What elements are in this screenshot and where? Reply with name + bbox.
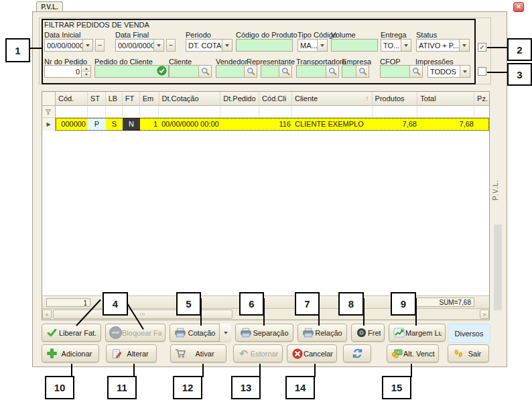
scrollbar-thumb[interactable]: III <box>53 310 232 319</box>
col-produtos[interactable]: Produtos <box>373 92 418 106</box>
check-icon <box>46 327 58 339</box>
chevron-down-icon[interactable] <box>460 66 470 77</box>
record-count: 1 <box>46 298 90 307</box>
margem-lucro-button[interactable]: Margem Lucro <box>389 324 446 342</box>
data-inicial-clear-button[interactable]: − <box>95 39 105 52</box>
col-lb[interactable]: LB <box>106 92 123 106</box>
volume-input[interactable] <box>331 39 378 52</box>
grid-filter-row[interactable] <box>42 106 489 118</box>
alterar-button[interactable]: Alterar <box>106 344 157 362</box>
col-dt-cotacao[interactable]: Dt.Cotação <box>159 92 221 106</box>
col-pz-medio[interactable]: Pz. M <box>474 92 489 106</box>
tipo-codigo-combo[interactable]: MA... <box>297 39 328 52</box>
entrega-label: Entrega <box>381 31 407 39</box>
data-final-combo[interactable]: 00/00/0000 <box>115 39 164 52</box>
search-icon[interactable] <box>279 66 291 77</box>
tab-pvl[interactable]: P.V.L. <box>36 1 63 12</box>
close-icon[interactable]: ✕ <box>513 2 524 12</box>
search-icon[interactable] <box>356 66 369 77</box>
data-inicial-combo[interactable]: 00/00/0000 <box>44 39 93 52</box>
liberar-fat-button[interactable]: Liberar Fat. <box>42 324 101 342</box>
search-icon[interactable] <box>244 66 257 77</box>
chevron-down-icon[interactable] <box>222 40 232 51</box>
refresh-icon <box>351 348 364 360</box>
data-final-clear-button[interactable]: − <box>166 39 176 52</box>
pedido-cliente-input[interactable] <box>94 65 169 78</box>
chevron-down-icon[interactable] <box>401 40 411 51</box>
status-checkbox[interactable]: ✓ <box>478 43 486 52</box>
adicionar-button[interactable]: Adicionar <box>42 344 99 362</box>
callout-14: 14 <box>285 376 315 399</box>
cell-dt-cotacao: 00/00/0000 00:00 <box>159 118 221 131</box>
undo-icon: ↶ <box>237 348 250 360</box>
orders-grid[interactable]: Cód. ST LB FT Em Dt.Cotação Dt.Pedido Có… <box>42 91 490 320</box>
periodo-combo[interactable]: DT. COTAÇ... <box>186 39 232 52</box>
scroll-left-icon[interactable]: < <box>42 310 52 319</box>
diversos-button[interactable]: Diversos <box>448 324 490 343</box>
chevron-down-icon[interactable] <box>459 40 469 51</box>
cfop-lookup[interactable] <box>380 65 423 78</box>
plus-icon <box>46 348 58 360</box>
profit-chart-icon <box>393 327 405 339</box>
relacao-button[interactable]: Relação <box>297 324 347 342</box>
col-ft[interactable]: FT <box>123 92 140 106</box>
data-inicial-label: Data Inicial <box>44 31 80 39</box>
search-icon[interactable] <box>326 66 338 77</box>
col-em[interactable]: Em <box>140 92 159 106</box>
col-cod[interactable]: Cód. <box>56 92 88 106</box>
callout-10-line <box>71 364 72 377</box>
grid-header-row: Cód. ST LB FT Em Dt.Cotação Dt.Pedido Có… <box>42 92 489 106</box>
col-total[interactable]: Total <box>417 92 474 106</box>
entrega-combo[interactable]: TO... <box>381 39 411 52</box>
vendedor-lookup[interactable] <box>216 65 257 78</box>
chevron-down-icon[interactable] <box>317 40 327 51</box>
col-cod-cli[interactable]: Cód.Cli <box>259 92 292 106</box>
cell-cod-cli: 116 <box>260 118 293 131</box>
nr-pedido-stepper[interactable]: 0 <box>44 65 91 78</box>
footsteps-icon <box>452 348 464 360</box>
cotacao-button[interactable]: Cotação <box>170 324 231 342</box>
vertical-scrollbar[interactable] <box>494 224 502 310</box>
ativar-button[interactable]: Ativar <box>170 344 226 362</box>
search-icon[interactable] <box>409 66 422 77</box>
data-final-label: Data Final <box>115 31 149 39</box>
callout-13: 13 <box>231 376 261 399</box>
side-tab-pvl[interactable]: P.V.L. <box>492 174 503 205</box>
callout-12-line <box>202 364 204 377</box>
table-row[interactable]: ▶ 000000 P S N 1 00/00/0000 00:00 116 CL… <box>42 118 489 131</box>
wheel-icon <box>355 327 368 339</box>
estornar-button[interactable]: ↶ Estornar <box>233 344 283 362</box>
sair-button[interactable]: Sair <box>448 344 489 362</box>
sum-total: SUM=7,68 <box>411 297 474 307</box>
refresh-button[interactable] <box>343 344 371 362</box>
spin-up-icon[interactable] <box>82 66 90 72</box>
search-icon[interactable] <box>198 66 211 77</box>
callout-2-line <box>487 47 507 48</box>
callout-12: 12 <box>173 376 202 399</box>
frete-button[interactable]: Frete <box>351 324 385 342</box>
callout-5: 5 <box>176 292 201 316</box>
col-dt-pedido[interactable]: Dt.Pedido <box>220 92 259 106</box>
chevron-down-icon[interactable] <box>219 324 231 342</box>
impressoes-combo[interactable]: TODOS <box>427 65 470 78</box>
impressoes-checkbox[interactable] <box>478 67 486 76</box>
check-circle-icon <box>157 66 168 77</box>
cliente-lookup[interactable] <box>169 65 212 78</box>
filter-funnel-icon[interactable] <box>42 106 56 118</box>
codigo-produto-input[interactable] <box>236 39 293 52</box>
alt-venctos-button[interactable]: Alt. Venctos <box>387 344 439 362</box>
separacao-button[interactable]: Separação <box>235 324 293 342</box>
callout-4: 4 <box>103 292 128 316</box>
chevron-down-icon[interactable] <box>82 40 92 51</box>
bloquear-fat-button[interactable]: STOP Bloquear Fat. <box>105 324 165 342</box>
representante-lookup[interactable] <box>261 65 292 78</box>
cancelar-button[interactable]: Cancelar <box>287 344 337 362</box>
scroll-right-icon[interactable]: > <box>480 310 489 319</box>
empresa-lookup[interactable] <box>342 65 369 78</box>
transportadora-lookup[interactable] <box>296 65 339 78</box>
status-combo[interactable]: ATIVO + P... <box>416 39 470 52</box>
col-st[interactable]: ST <box>88 92 106 106</box>
spin-down-icon[interactable] <box>82 72 90 77</box>
chevron-down-icon[interactable] <box>153 40 163 51</box>
col-cliente[interactable]: Cliente↑ <box>292 92 373 106</box>
